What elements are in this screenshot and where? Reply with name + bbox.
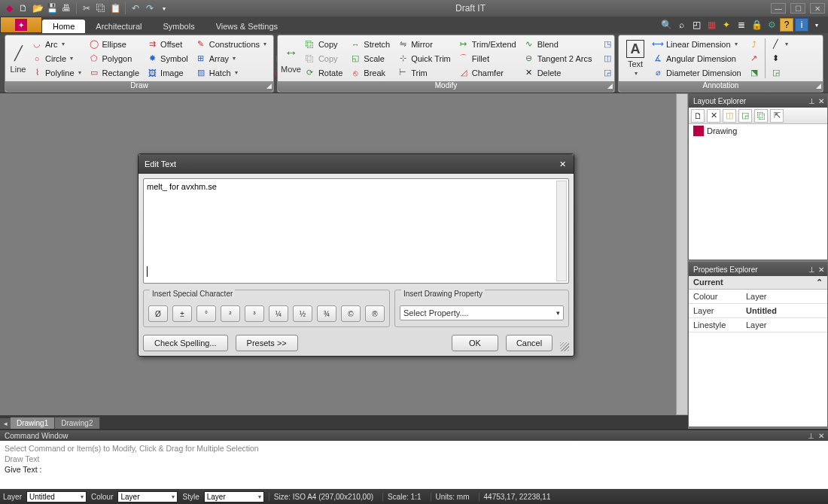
special-char-button[interactable]: ² [221, 305, 240, 322]
anno-aux4-button[interactable]: ╱▾ [769, 38, 790, 50]
paste-icon[interactable]: 📋 [109, 2, 121, 14]
options-icon[interactable]: ⚙ [765, 18, 778, 32]
property-select[interactable]: Select Property.... ▾ [400, 305, 564, 320]
cancel-button[interactable]: Cancel [506, 335, 553, 351]
resize-grip-icon[interactable] [560, 342, 569, 351]
prop-section-current[interactable]: Current ⌃ [689, 276, 827, 290]
app-menu-button[interactable]: ✦ [0, 17, 42, 33]
le-tool2-icon[interactable]: ◲ [738, 109, 752, 123]
tab-home[interactable]: Home [42, 20, 85, 33]
anno-aux3-button[interactable]: ⬔ [747, 67, 761, 79]
copy-icon[interactable]: ⿻ [95, 2, 107, 14]
drawing-tab-2[interactable]: Drawing2 [55, 417, 99, 429]
break-button[interactable]: ⎋Break [349, 67, 391, 79]
close-button[interactable]: ✕ [810, 3, 825, 14]
zoom-extents-icon[interactable]: ⌕ [674, 18, 688, 32]
arc-button[interactable]: ◡Arc▾ [30, 38, 83, 50]
chamfer-button[interactable]: ◿Chamfer [457, 67, 518, 79]
qat-dropdown-icon[interactable]: ▾ [158, 2, 170, 14]
lock-icon[interactable]: 🔒 [750, 18, 763, 32]
cut-icon[interactable]: ✂ [81, 2, 93, 14]
drawing-tab-1[interactable]: Drawing1 [11, 417, 55, 429]
delete-button[interactable]: ✕Delete [522, 67, 594, 79]
polygon-button[interactable]: ⬠Polygon [87, 53, 142, 65]
hatch-button[interactable]: ▨Hatch▾ [194, 67, 268, 79]
special-char-button[interactable]: ¼ [269, 305, 288, 322]
special-char-button[interactable]: ® [365, 305, 385, 322]
panel-launcher-icon[interactable]: ◢ [266, 82, 272, 90]
modify-aux1-button[interactable]: ◳ [601, 38, 614, 50]
tab-views-settings[interactable]: Views & Settings [205, 20, 288, 33]
pin-icon[interactable]: ⊥ [808, 432, 814, 440]
le-tool1-icon[interactable]: ◫ [723, 109, 736, 123]
new-icon[interactable]: 🗋 [17, 2, 29, 14]
linear-dimension-button[interactable]: ⟷Linear Dimension▾ [651, 38, 743, 50]
special-char-button[interactable]: © [341, 305, 361, 322]
fillet-button[interactable]: ⌒Fillet [457, 53, 518, 65]
status-colour-select[interactable]: Layer▾ [117, 491, 178, 502]
redo-icon[interactable]: ↷ [144, 2, 156, 14]
modify-aux3-button[interactable]: ◲ [601, 67, 614, 79]
command-window-body[interactable]: Select Command or Item(s) to Modify, Cli… [0, 441, 828, 478]
layout-tree-item[interactable]: Drawing [689, 124, 827, 138]
trim-extend-button[interactable]: ↦Trim/Extend [457, 38, 518, 50]
pin-icon[interactable]: ⊥ [808, 266, 815, 274]
find-icon[interactable]: 🔍 [659, 18, 673, 32]
blend-button[interactable]: ∿Blend [522, 38, 594, 50]
le-new-icon[interactable]: 🗋 [691, 109, 705, 123]
minimize-button[interactable]: — [771, 3, 786, 14]
save-icon[interactable]: 💾 [46, 2, 58, 14]
special-char-button[interactable]: ³ [245, 305, 264, 322]
textarea-scrollbar[interactable] [556, 181, 567, 281]
tangent-2-arcs-button[interactable]: ⊖Tangent 2 Arcs [522, 53, 594, 65]
special-char-button[interactable]: ½ [293, 305, 312, 322]
symbol-button[interactable]: ✸Symbol [145, 53, 190, 65]
layers-icon[interactable]: ≣ [735, 18, 748, 32]
scale-button[interactable]: ◱Scale [349, 53, 391, 65]
zoom-window-icon[interactable]: ◰ [689, 18, 703, 32]
constructions-button[interactable]: ✎Constructions▾ [194, 38, 268, 50]
anno-aux2-button[interactable]: ↗ [747, 53, 761, 65]
angular-dimension-button[interactable]: ∡Angular Dimension [651, 53, 743, 65]
trim-button[interactable]: ⊢Trim [396, 67, 452, 79]
tab-symbols[interactable]: Symbols [152, 20, 205, 33]
close-panel-icon[interactable]: ✕ [818, 266, 824, 274]
dialog-title-bar[interactable]: Edit Text ✕ [139, 154, 574, 174]
close-panel-icon[interactable]: ✕ [818, 97, 824, 105]
le-tool4-icon[interactable]: ⇱ [770, 109, 784, 123]
panel-launcher-icon[interactable]: ◢ [816, 82, 821, 90]
maximize-button[interactable]: ☐ [790, 3, 805, 14]
offset-button[interactable]: ⇉Offset [145, 38, 190, 50]
stretch-button[interactable]: ↔Stretch [349, 38, 391, 50]
help-icon[interactable]: ? [780, 18, 793, 32]
array-button[interactable]: ⊞Array▾ [194, 53, 268, 65]
special-char-button[interactable]: ± [172, 305, 192, 322]
mirror-button[interactable]: ⇋Mirror [396, 38, 452, 50]
anno-aux6-button[interactable]: ◲ [769, 67, 790, 79]
anno-aux5-button[interactable]: ⬍ [769, 53, 790, 65]
pin-icon[interactable]: ⊥ [808, 97, 815, 105]
status-layer-select[interactable]: Untitled▾ [26, 491, 87, 502]
open-icon[interactable]: 📂 [32, 2, 44, 14]
le-delete-icon[interactable]: ✕ [707, 109, 720, 123]
panel-launcher-icon[interactable]: ◢ [607, 82, 613, 90]
ribbon-minimize-icon[interactable]: ▾ [810, 18, 823, 32]
tab-scroll-left-icon[interactable]: ◂ [0, 418, 11, 429]
check-spelling-button[interactable]: Check Spelling... [143, 335, 228, 351]
line-button[interactable]: ╱ Line [8, 37, 28, 80]
status-style-select[interactable]: Layer▾ [204, 491, 264, 502]
quick-trim-button[interactable]: ⊹Quick Trim [396, 53, 452, 65]
anno-aux1-button[interactable]: ⤴ [747, 38, 761, 50]
rotate-button[interactable]: ⟳Rotate [303, 67, 344, 79]
close-panel-icon[interactable]: ✕ [818, 432, 824, 440]
prop-row-colour[interactable]: Colour Layer [689, 290, 827, 304]
prop-row-linestyle[interactable]: Linestyle Layer [689, 318, 827, 332]
info-icon[interactable]: i [795, 18, 808, 32]
collapse-icon[interactable]: ⌃ [816, 278, 823, 287]
ok-button[interactable]: OK [452, 335, 498, 351]
toggle-icon[interactable]: ✦ [720, 18, 733, 32]
rectangle-button[interactable]: ▭Rectangle [87, 67, 142, 79]
presets-button[interactable]: Presets >> [236, 335, 298, 351]
print-icon[interactable]: 🖶 [60, 2, 72, 14]
special-char-button[interactable]: ¾ [317, 305, 336, 322]
